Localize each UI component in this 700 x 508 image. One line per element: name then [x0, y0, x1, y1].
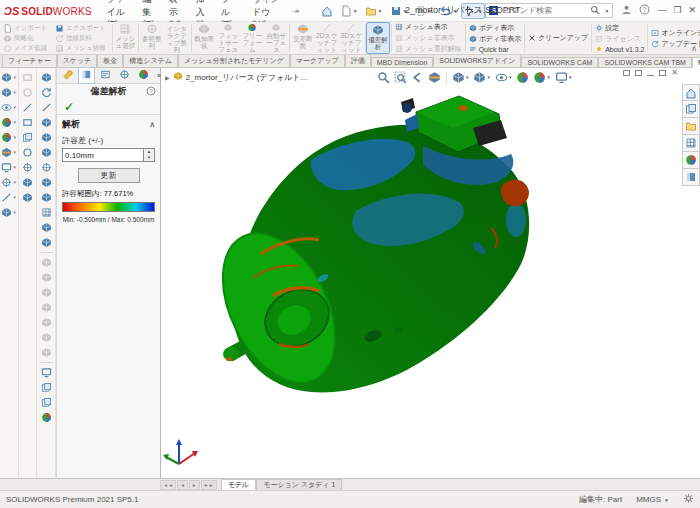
unit-system-selector[interactable]: MMGS ▼ [636, 495, 669, 504]
view-settings-icon[interactable]: ▼ [554, 70, 573, 85]
doc-restore-icon[interactable] [623, 70, 630, 76]
file-explorer-icon[interactable] [682, 118, 700, 135]
curves-icon[interactable] [41, 315, 52, 330]
display-style-icon[interactable]: ▼ [1, 85, 17, 100]
zoom-to-fit-icon[interactable] [376, 70, 391, 85]
smart-dimension-icon[interactable] [22, 85, 33, 100]
minimize-button[interactable]: — [657, 6, 666, 15]
interactive-align-button[interactable]: インタラクティブ整列 [164, 22, 190, 54]
settings-button[interactable]: 設定 [595, 23, 644, 33]
featuremanager-tab-icon[interactable] [59, 67, 76, 84]
tree-expand-icon[interactable]: ▶ [165, 74, 170, 81]
sketch-fit-3d-button[interactable]: 3Dスケッチフィット [339, 22, 363, 54]
appearances-scenes-icon[interactable] [682, 152, 700, 169]
wrap-icon[interactable] [41, 255, 52, 270]
tab-mbd-dimension[interactable]: MBD Dimension [371, 57, 434, 67]
mesh-selection-button[interactable]: メッシュ選択 [113, 22, 137, 54]
revolved-cut-icon[interactable] [41, 175, 52, 190]
sheet-metal-icon[interactable] [41, 330, 52, 345]
tab--[interactable]: マークアップ [290, 54, 345, 67]
cleanup-button[interactable]: クリーンアップ [528, 33, 588, 43]
weldment-icon[interactable] [41, 345, 52, 360]
cross-section-button[interactable]: 交差断面 [291, 22, 315, 54]
auto-surface-button[interactable]: 自動サーフェス [264, 22, 288, 54]
home-icon[interactable] [318, 3, 336, 19]
tab-first-icon[interactable]: ◄◄ [160, 480, 176, 490]
hide-show-items-icon[interactable]: ▼ [494, 70, 513, 85]
tab--[interactable]: 板金 [97, 54, 123, 67]
flyout-feature-tree[interactable]: ▶ 2_mortor_リバース (デフォルト... [165, 71, 307, 83]
tab--[interactable]: 評価 [345, 54, 371, 67]
display-state-icon[interactable] [41, 395, 52, 410]
custom-properties-icon[interactable] [682, 169, 700, 186]
mirror-entities-icon[interactable] [22, 175, 33, 190]
section-collapse-icon[interactable]: ∧ [149, 120, 155, 129]
edit-component-icon[interactable] [41, 380, 52, 395]
apply-scene-icon[interactable]: ▼ [532, 70, 551, 85]
model-tab-モーション-スタディ-1[interactable]: モーション スタディ 1 [256, 479, 342, 490]
display-style-icon[interactable]: ▼ [472, 70, 491, 85]
model-tab-モデル[interactable]: モデル [221, 479, 257, 490]
status-tag-icon[interactable] [683, 493, 694, 506]
pin-menu-icon[interactable]: 📌︎ [288, 4, 301, 17]
curve-tool-icon[interactable]: ▼ [1, 190, 17, 205]
motor-model[interactable] [161, 68, 681, 478]
convert-entities-icon[interactable] [22, 145, 33, 160]
hole-wizard-icon[interactable] [41, 160, 52, 175]
reference-align-button[interactable]: 参照整列 [140, 22, 164, 54]
tab-prev-icon[interactable]: ◄ [177, 480, 188, 490]
doc-minimize-icon[interactable] [647, 75, 654, 76]
previous-view-icon[interactable] [410, 70, 425, 85]
tab--[interactable]: フィーチャー [2, 54, 57, 67]
shell-icon[interactable] [41, 235, 52, 250]
tolerance-stepper[interactable]: ▲ ▼ [144, 148, 155, 162]
doc-close-icon[interactable]: ✕ [671, 69, 678, 77]
view-palette-icon[interactable] [682, 135, 700, 152]
deviation-analysis-button[interactable]: 偏差解析 [366, 22, 390, 54]
dimxpertmanager-tab-icon[interactable] [116, 67, 133, 84]
search-icon[interactable] [590, 5, 600, 17]
draft-icon[interactable] [41, 220, 52, 235]
help-icon[interactable]: ? [639, 4, 650, 17]
restore-button[interactable]: ❐ [673, 6, 681, 15]
camera-view-icon[interactable]: ▼ [1, 160, 17, 175]
doc-maximize-icon[interactable] [659, 70, 666, 76]
about-button[interactable]: About v1.3.2 [595, 45, 644, 53]
zoom-to-area-icon[interactable] [393, 70, 408, 85]
material-icon[interactable] [41, 410, 52, 425]
revolved-boss-icon[interactable] [41, 85, 52, 100]
tab--[interactable]: メッシュ分割されたモデリング [178, 54, 290, 67]
line-tool-icon[interactable] [22, 100, 33, 115]
mirror-feature-icon[interactable] [41, 285, 52, 300]
doc-cascade-icon[interactable] [635, 70, 642, 76]
quick-bar-button[interactable]: Quick bar [469, 45, 522, 53]
graphics-area[interactable]: ▶ 2_mortor_リバース (デフォルト... ▼▼▼▼▼ ✕ [161, 68, 700, 478]
extruded-boss-icon[interactable] [41, 70, 52, 85]
trim-entities-icon[interactable] [22, 160, 33, 175]
linear-pattern-icon[interactable] [41, 205, 52, 220]
reference-geometry-icon[interactable] [41, 300, 52, 315]
solidworks-resources-icon[interactable] [682, 84, 700, 101]
stepper-down-icon[interactable]: ▼ [144, 155, 154, 161]
swept-boss-icon[interactable] [41, 100, 52, 115]
sketch-tool-icon[interactable] [22, 70, 33, 85]
lofted-boss-icon[interactable] [41, 115, 52, 130]
section-view-icon[interactable]: ▼ [1, 145, 17, 160]
login-icon[interactable] [621, 4, 632, 17]
displaymanager-tab-icon[interactable] [135, 67, 152, 84]
configurationmanager-tab-icon[interactable] [97, 67, 114, 84]
panel-help-icon[interactable]: ? [146, 86, 156, 98]
edit-appearance-icon[interactable] [515, 70, 530, 85]
tolerance-input[interactable] [62, 148, 144, 162]
tab-solidworks-cam[interactable]: SOLIDWORKS CAM [521, 57, 598, 67]
tab-last-icon[interactable]: ►► [201, 480, 217, 490]
search-caret-icon[interactable]: ▼ [604, 8, 609, 14]
online-tutorial-button[interactable]: オンラインチュートリアル [651, 28, 700, 38]
sketch-fit-2d-button[interactable]: 2Dスケッチフィット [315, 22, 339, 54]
instant3d-icon[interactable]: ▼ [1, 205, 17, 220]
freeform-button[interactable]: フリーフォーム [240, 22, 264, 54]
section-view-icon[interactable] [427, 70, 442, 85]
view-orientation-icon[interactable]: ▼ [1, 70, 17, 85]
ribbon-collapse-icon[interactable]: ∧ [691, 44, 697, 53]
design-library-icon[interactable] [682, 101, 700, 118]
